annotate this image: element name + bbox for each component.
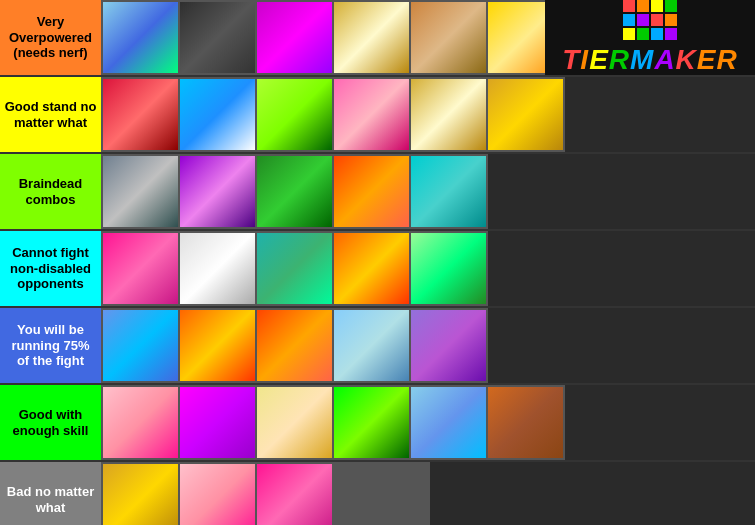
tier-items-4 <box>101 231 488 306</box>
tier-item[interactable] <box>411 233 486 304</box>
tier-row-3: Braindead combos <box>0 154 755 231</box>
tier-items-5 <box>101 308 488 383</box>
empty-area-4 <box>488 231 755 306</box>
tier-item[interactable] <box>257 387 332 458</box>
tier-label-7: Bad no matter what <box>0 462 101 525</box>
tier-label-3: Braindead combos <box>0 154 101 229</box>
tier-item[interactable] <box>180 310 255 381</box>
tier-item[interactable] <box>257 233 332 304</box>
tier-item[interactable] <box>411 310 486 381</box>
tier-row-1: Very Overpowered (needs nerf) <box>0 0 755 77</box>
tier-items-7 <box>101 462 430 525</box>
tier-items-2 <box>101 77 565 152</box>
tier-label-5: You will be running 75% of the fight <box>0 308 101 383</box>
tier-item[interactable] <box>334 387 409 458</box>
tier-row-5: You will be running 75% of the fight <box>0 308 755 385</box>
tier-item[interactable] <box>103 387 178 458</box>
tier-item[interactable] <box>180 387 255 458</box>
tier-label-2: Good stand no matter what <box>0 77 101 152</box>
empty-area-6 <box>565 385 755 460</box>
tier-item[interactable] <box>103 156 178 227</box>
tier-item[interactable] <box>257 2 332 73</box>
tier-item[interactable] <box>180 464 255 525</box>
tier-item[interactable] <box>411 156 486 227</box>
tier-items-3 <box>101 154 488 229</box>
empty-area-3 <box>488 154 755 229</box>
tier-item[interactable] <box>488 387 563 458</box>
tier-row-7: Bad no matter what <box>0 462 755 525</box>
tier-item[interactable] <box>411 2 486 73</box>
tier-item[interactable] <box>257 464 332 525</box>
tier-item[interactable] <box>103 464 178 525</box>
tier-row-2: Good stand no matter what <box>0 77 755 154</box>
tier-item[interactable] <box>103 233 178 304</box>
tier-items-6 <box>101 385 565 460</box>
tier-item[interactable] <box>488 79 563 150</box>
tier-item[interactable] <box>334 310 409 381</box>
empty-area-7 <box>430 462 755 525</box>
tier-row-4: Cannot fight non-disabled opponents <box>0 231 755 308</box>
tier-label-6: Good with enough skill <box>0 385 101 460</box>
tier-item[interactable] <box>180 233 255 304</box>
tier-item[interactable] <box>257 310 332 381</box>
empty-area-2 <box>565 77 755 152</box>
tier-item[interactable] <box>257 156 332 227</box>
tier-item[interactable] <box>411 387 486 458</box>
tier-item[interactable] <box>180 79 255 150</box>
tier-item[interactable] <box>334 2 409 73</box>
tier-item[interactable] <box>334 79 409 150</box>
tier-item[interactable] <box>103 2 178 73</box>
tier-item[interactable] <box>103 310 178 381</box>
tier-row-6: Good with enough skill <box>0 385 755 462</box>
tiermaker-text: TiERMakER <box>562 44 738 76</box>
tier-label-1: Very Overpowered (needs nerf) <box>0 0 101 75</box>
tier-list: Very Overpowered (needs nerf) <box>0 0 755 525</box>
tier-item[interactable] <box>334 156 409 227</box>
logo-grid <box>623 0 677 40</box>
tier-label-4: Cannot fight non-disabled opponents <box>0 231 101 306</box>
tier-item[interactable] <box>334 233 409 304</box>
empty-area-5 <box>488 308 755 383</box>
tier-item[interactable] <box>411 79 486 150</box>
tier-item[interactable] <box>103 79 178 150</box>
tier-item[interactable] <box>257 79 332 150</box>
tier-item[interactable] <box>180 2 255 73</box>
tier-item[interactable] <box>180 156 255 227</box>
tiermaker-logo-area: TiERMakER <box>545 0 755 75</box>
